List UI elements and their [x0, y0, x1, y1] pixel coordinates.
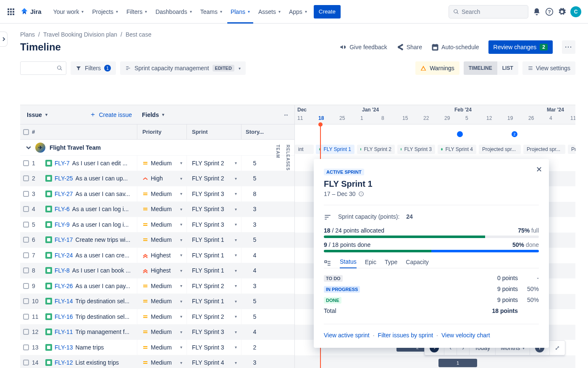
issue-key[interactable]: FLY-13 [55, 344, 73, 351]
issue-key[interactable]: FLY-26 [55, 283, 73, 289]
chevron-down-icon[interactable]: ▾ [235, 253, 241, 257]
issue-key[interactable]: FLY-6 [55, 206, 70, 212]
issue-key[interactable]: FLY-8 [55, 267, 70, 274]
row-checkbox[interactable] [23, 360, 29, 365]
issue-key[interactable]: FLY-16 [55, 313, 73, 320]
table-row[interactable]: 2FLY-25As a user I can up...High▾FLY Spr… [20, 171, 294, 187]
sprint-capacity-button[interactable]: Sprint capacity management EDITED ▾ [120, 61, 246, 75]
table-row[interactable]: 8FLY-8As I user I can book ...Highest▾FL… [20, 263, 294, 279]
chevron-down-icon[interactable]: ▾ [180, 330, 186, 334]
table-row[interactable]: 6FLY-17Create new trips wi...Medium▾FLY … [20, 233, 294, 248]
sprint-bar[interactable]: FLY Sprint 3 [397, 145, 435, 154]
table-row[interactable]: 7FLY-24As a user I can cre...Highest▾FLY… [20, 248, 294, 263]
chevron-down-icon[interactable]: ▾ [235, 283, 241, 288]
row-checkbox[interactable] [23, 314, 29, 320]
team-group-row[interactable]: ✈ Flight Travel Team [20, 140, 294, 156]
help-icon[interactable]: ? [545, 5, 554, 19]
row-checkbox[interactable] [23, 206, 29, 212]
issue-schedule-bar[interactable]: 1 [438, 359, 477, 367]
chevron-down-icon[interactable]: ▾ [235, 191, 241, 196]
sprint-bar[interactable]: FLY Sprint 4 [438, 145, 476, 154]
issue-key[interactable]: FLY-27 [55, 191, 73, 197]
tab-status[interactable]: Status [340, 258, 357, 268]
chevron-down-icon[interactable]: ▾ [180, 360, 186, 365]
issue-key[interactable]: FLY-12 [55, 359, 73, 366]
row-checkbox[interactable] [23, 283, 29, 289]
avatar[interactable]: C [570, 6, 581, 17]
view-velocity-link[interactable]: View velocity chart [441, 332, 490, 339]
warnings-button[interactable]: Warnings [415, 61, 459, 75]
nav-item-projects[interactable]: Projects▾ [89, 5, 121, 19]
chevron-down-icon[interactable]: ▾ [235, 268, 241, 273]
settings-icon[interactable] [558, 5, 566, 19]
chevron-down-icon[interactable]: ▾ [235, 314, 241, 319]
view-active-sprint-link[interactable]: View active sprint [324, 332, 370, 339]
table-row[interactable]: 11FLY-16Trip destination sel...Medium▾FL… [20, 309, 294, 325]
chevron-down-icon[interactable]: ▾ [180, 345, 186, 349]
chevron-down-icon[interactable]: ▾ [235, 360, 241, 365]
jira-logo[interactable]: Jira [18, 5, 43, 19]
breadcrumb-item[interactable]: Best case [126, 31, 151, 38]
chevron-down-icon[interactable]: ▾ [180, 207, 186, 212]
chevron-down-icon[interactable]: ▾ [235, 299, 241, 304]
nav-item-your-work[interactable]: Your work▾ [50, 5, 87, 19]
chevron-down-icon[interactable]: ▾ [235, 238, 241, 242]
table-row[interactable]: 3FLY-27As a user I can sav...Medium▾FLY … [20, 186, 294, 202]
nav-item-plans[interactable]: Plans▾ [227, 5, 253, 19]
chevron-down-icon[interactable]: ▾ [235, 222, 241, 227]
chevron-down-icon[interactable]: ▾ [180, 222, 186, 227]
view-mode-timeline[interactable]: TIMELINE [464, 61, 497, 75]
chevron-down-icon[interactable]: ▾ [180, 268, 186, 273]
group-by-icon[interactable] [324, 259, 331, 267]
tab-capacity[interactable]: Capacity [406, 259, 428, 268]
nav-item-filters[interactable]: Filters▾ [123, 5, 150, 19]
nav-item-apps[interactable]: Apps▾ [286, 5, 310, 19]
table-row[interactable]: 4FLY-6As a user I can log i...Medium▾FLY… [20, 202, 294, 217]
chevron-down-icon[interactable]: ▾ [180, 299, 186, 304]
chevron-down-icon[interactable]: ▾ [235, 345, 241, 349]
select-all-checkbox[interactable] [23, 129, 29, 135]
nav-item-assets[interactable]: Assets▾ [255, 5, 284, 19]
column-fields-header[interactable]: Fields [142, 111, 159, 118]
close-icon[interactable]: ✕ [536, 165, 542, 174]
chevron-down-icon[interactable]: ▾ [180, 238, 186, 242]
app-switcher-icon[interactable] [7, 5, 15, 19]
nav-item-teams[interactable]: Teams▾ [197, 5, 226, 19]
chevron-down-icon[interactable]: ▾ [235, 176, 241, 181]
chevron-down-icon[interactable]: ▾ [235, 330, 241, 334]
row-checkbox[interactable] [23, 329, 29, 335]
table-row[interactable]: 9FLY-26As a user I can pay...Medium▾FLY … [20, 278, 294, 294]
tab-epic[interactable]: Epic [365, 259, 376, 268]
row-checkbox[interactable] [23, 267, 29, 273]
column-issue-header[interactable]: Issue [27, 111, 42, 118]
issue-key[interactable]: FLY-25 [55, 175, 73, 182]
chevron-down-icon[interactable]: ▾ [180, 283, 186, 288]
chevron-down-icon[interactable]: ▾ [180, 253, 186, 257]
chevron-down-icon[interactable]: ▾ [180, 176, 186, 181]
sprint-bar[interactable]: FLY Sprint 2 [357, 145, 395, 154]
plan-search-input[interactable] [20, 61, 66, 75]
release-marker[interactable] [457, 131, 463, 137]
view-mode-list[interactable]: LIST [497, 61, 518, 75]
review-changes-button[interactable]: Review changes 2 [488, 40, 553, 54]
row-checkbox[interactable] [23, 252, 29, 258]
sprint-bar[interactable]: Projected spr... [523, 145, 565, 154]
sprint-bar[interactable]: Proj [568, 145, 575, 154]
release-marker[interactable]: 2 [512, 131, 517, 137]
row-checkbox[interactable] [23, 237, 29, 243]
breadcrumb-item[interactable]: Plans [20, 31, 35, 38]
row-checkbox[interactable] [23, 175, 29, 181]
table-row[interactable]: 13FLY-13Name tripsMedium▾FLY Sprint 3▾2 [20, 340, 294, 355]
chevron-down-icon[interactable]: ▾ [180, 314, 186, 319]
chevron-down-icon[interactable]: ▾ [180, 191, 186, 196]
more-menu-button[interactable]: ··· [562, 40, 575, 54]
issue-key[interactable]: FLY-24 [55, 252, 73, 259]
expand-columns-button[interactable]: ↔ [278, 111, 294, 118]
table-row[interactable]: 1FLY-7As I user I can edit ...Medium▾FLY… [20, 156, 294, 171]
auto-schedule-button[interactable]: Auto-schedule [431, 43, 479, 51]
give-feedback-button[interactable]: Give feedback [339, 43, 387, 51]
notifications-icon[interactable] [533, 5, 541, 19]
info-icon[interactable]: i [358, 191, 364, 197]
row-checkbox[interactable] [23, 160, 29, 166]
sprint-bar[interactable]: int [295, 145, 314, 154]
